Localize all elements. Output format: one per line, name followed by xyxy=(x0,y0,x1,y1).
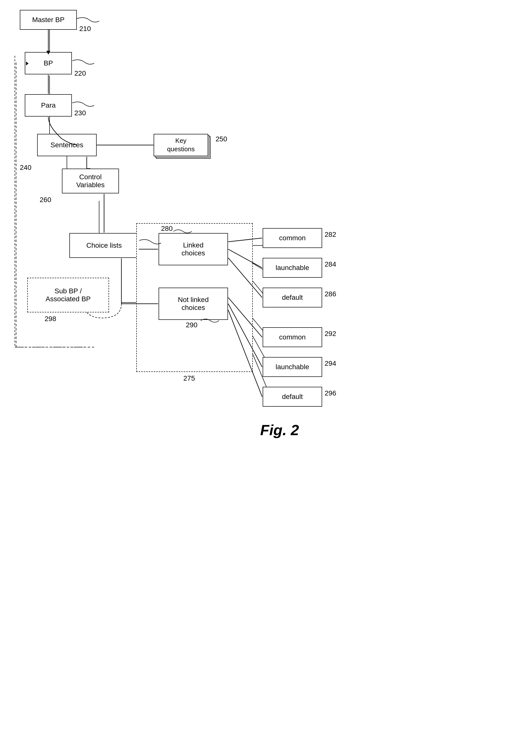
master-bp-label: Master BP xyxy=(32,16,65,24)
choice-lists-label: Choice lists xyxy=(86,241,122,250)
ref-290: 290 xyxy=(186,321,197,329)
default2-label: default xyxy=(282,393,303,401)
ref-294: 294 xyxy=(325,360,336,367)
common1-box: common xyxy=(263,228,322,248)
control-variables-box: Control Variables xyxy=(62,169,119,193)
para-box: Para xyxy=(25,94,72,117)
ref-292: 292 xyxy=(325,330,336,338)
launchable1-box: launchable xyxy=(263,258,322,278)
linked-choices-label: Linked choices xyxy=(182,241,205,257)
bp-box: BP xyxy=(25,52,72,74)
ref-284: 284 xyxy=(325,260,336,268)
control-variables-label: Control Variables xyxy=(76,173,105,189)
master-bp-box: Master BP xyxy=(20,10,77,30)
launchable1-label: launchable xyxy=(275,264,309,272)
default1-box: default xyxy=(263,288,322,308)
ref-275: 275 xyxy=(183,374,195,382)
choice-lists-box: Choice lists xyxy=(69,233,139,258)
key-questions-label: Keyquestions xyxy=(167,137,194,153)
default2-box: default xyxy=(263,387,322,407)
figure-label: Fig. 2 xyxy=(260,421,299,439)
bp-label: BP xyxy=(44,59,53,67)
ref-240: 240 xyxy=(20,164,32,172)
sentences-box: Sentences xyxy=(37,134,97,156)
ref-260: 260 xyxy=(40,196,51,204)
ref-220: 220 xyxy=(74,69,86,77)
diagram: Master BP 210 BP 220 Para 230 Sentences … xyxy=(0,0,532,756)
sub-bp-box: Sub BP / Associated BP xyxy=(27,278,109,312)
ref-230: 230 xyxy=(74,109,86,117)
default1-label: default xyxy=(282,294,303,302)
ref-296: 296 xyxy=(325,389,336,397)
ref-280: 280 xyxy=(161,225,173,232)
launchable2-box: launchable xyxy=(263,357,322,377)
linked-choices-box: Linked choices xyxy=(159,233,228,265)
not-linked-choices-label: Not linked choices xyxy=(178,296,209,312)
launchable2-label: launchable xyxy=(275,363,309,371)
ref-250: 250 xyxy=(215,135,227,143)
ref-298: 298 xyxy=(45,315,56,323)
common2-box: common xyxy=(263,327,322,347)
ref-282: 282 xyxy=(325,230,336,238)
key-questions-stack: Keyquestions xyxy=(154,134,213,161)
sub-bp-label: Sub BP / Associated BP xyxy=(46,287,91,303)
common2-label: common xyxy=(279,333,306,341)
not-linked-choices-box: Not linked choices xyxy=(159,288,228,320)
ref-286: 286 xyxy=(325,290,336,298)
sentences-label: Sentences xyxy=(51,141,83,149)
para-label: Para xyxy=(41,101,56,109)
ref-210: 210 xyxy=(79,25,91,33)
common1-label: common xyxy=(279,234,306,242)
